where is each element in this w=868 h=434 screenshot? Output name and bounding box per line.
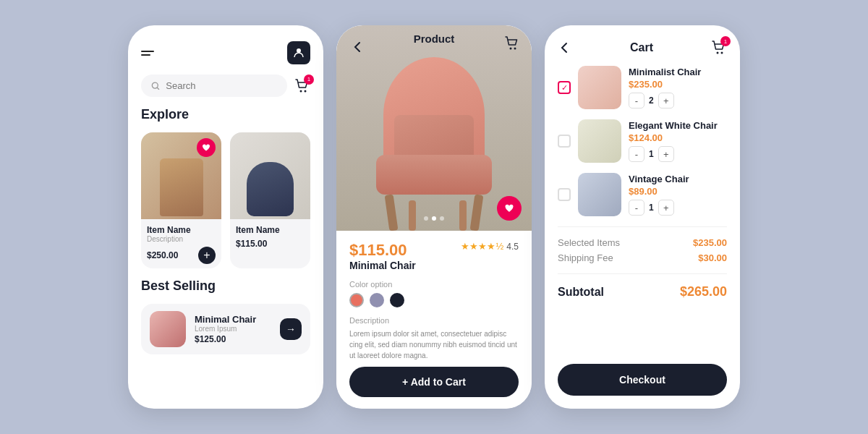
- shipping-row: Shipping Fee $30.00: [558, 252, 727, 263]
- svg-point-3: [305, 90, 307, 92]
- description-section: Description Lorem ipsum dolor sit amet, …: [349, 313, 519, 361]
- explore-title: Explore: [141, 107, 310, 122]
- selected-items-value: $235.00: [693, 237, 727, 248]
- cart-count-badge: 1: [720, 36, 731, 46]
- search-row: 1: [141, 75, 310, 97]
- product-img-1: [141, 132, 221, 219]
- subtotal-row: Subtotal $265.00: [558, 284, 727, 299]
- add-to-cart-button[interactable]: + Add to Cart: [349, 367, 519, 397]
- add-button-1[interactable]: +: [198, 247, 216, 264]
- svg-point-0: [297, 48, 301, 53]
- cart-item-1: Minimalist Chair $235.00 - 2 +: [558, 66, 727, 109]
- product-info-1: Item Name Description $250.00 +: [141, 219, 221, 268]
- image-dots: [424, 216, 444, 221]
- cart-item-name-3: Vintage Chair: [629, 174, 727, 184]
- cart-item-price-3: $89.00: [629, 186, 727, 197]
- cart-item-name-1: Minimalist Chair: [629, 67, 727, 77]
- cart-item-price-2: $124.00: [629, 132, 727, 143]
- phone-product: Product: [336, 25, 532, 409]
- cart-checkbox-2[interactable]: [558, 135, 571, 148]
- best-selling-arrow-1[interactable]: →: [280, 318, 302, 340]
- cart-item-name-2: Elegant White Chair: [629, 120, 727, 131]
- qty-value-2: 1: [649, 149, 654, 159]
- product-card-1[interactable]: Item Name Description $250.00 +: [141, 132, 221, 268]
- cart-header-icon[interactable]: 1: [711, 40, 727, 56]
- product-image-section: Product: [336, 25, 532, 231]
- qty-value-3: 1: [649, 203, 654, 213]
- color-options: [349, 293, 519, 307]
- qty-minus-3[interactable]: -: [629, 200, 644, 216]
- color-option-red[interactable]: [349, 293, 364, 307]
- search-box[interactable]: [141, 75, 287, 97]
- best-selling-sub-1: Lorem Ipsum: [195, 325, 271, 333]
- best-selling-name-1: Minimal Chair: [195, 314, 271, 325]
- cart-badge: 1: [304, 75, 314, 85]
- svg-point-5: [514, 48, 516, 50]
- menu-icon[interactable]: [141, 51, 154, 56]
- best-selling-price-1: $125.00: [195, 334, 271, 344]
- product-desc-1: Description: [147, 235, 216, 243]
- product-img-2: [230, 132, 310, 219]
- cart-header: Cart 1: [558, 40, 727, 56]
- best-selling-title: Best Selling: [141, 278, 310, 294]
- product-name-1: Item Name: [147, 225, 216, 235]
- qty-control-2: - 1 +: [629, 146, 727, 162]
- qty-plus-3[interactable]: +: [658, 200, 674, 216]
- cart-divider-2: [558, 273, 727, 274]
- favorite-button-1[interactable]: [197, 138, 216, 157]
- qty-minus-2[interactable]: -: [629, 146, 644, 162]
- product-info-2: Item Name $115.00: [230, 219, 310, 253]
- qty-value-1: 2: [649, 95, 654, 106]
- product-price-1: $250.00: [147, 250, 178, 260]
- favorite-button-product[interactable]: [497, 196, 522, 221]
- cart-item-price-1: $235.00: [629, 79, 727, 90]
- product-card-2[interactable]: Item Name $115.00: [230, 132, 310, 268]
- cart-summary: Selected Items $235.00 Shipping Fee $30.…: [558, 237, 727, 263]
- product-left: $115.00 Minimal Chair: [349, 241, 416, 271]
- cart-checkbox-1[interactable]: [558, 81, 571, 94]
- qty-control-1: - 2 +: [629, 93, 727, 109]
- cart-item-details-3: Vintage Chair $89.00 - 1 +: [629, 174, 727, 216]
- product-price-main: $115.00: [349, 241, 416, 260]
- cart-screen-title: Cart: [630, 41, 653, 54]
- best-selling-card-1[interactable]: Minimal Chair Lorem Ipsum $125.00 →: [141, 304, 310, 354]
- shipping-label: Shipping Fee: [558, 252, 613, 263]
- cart-divider: [558, 226, 727, 227]
- cart-icon-wrap[interactable]: 1: [294, 78, 310, 94]
- explore-grid: Item Name Description $250.00 + Item Nam…: [141, 132, 310, 268]
- chair-illustration: [362, 43, 506, 231]
- phone-explore: 1 Explore Item Name Description: [128, 25, 323, 409]
- selected-items-label: Selected Items: [558, 237, 620, 248]
- explore-section: Explore: [141, 107, 310, 122]
- qty-minus-1[interactable]: -: [629, 93, 644, 109]
- star-rating: ★★★★½: [461, 241, 503, 252]
- cart-item-img-2: [578, 119, 621, 163]
- color-label: Color option: [349, 280, 392, 289]
- color-option-dark[interactable]: [390, 293, 404, 307]
- svg-point-4: [510, 48, 512, 50]
- dot-3: [440, 216, 444, 221]
- product-info-section: $115.00 Minimal Chair ★★★★½ 4.5 Color op…: [336, 231, 532, 409]
- search-input[interactable]: [166, 80, 277, 91]
- qty-plus-2[interactable]: +: [658, 146, 674, 162]
- explore-header: [141, 41, 310, 64]
- svg-point-2: [300, 90, 302, 92]
- product-cart-icon[interactable]: [504, 35, 520, 51]
- dot-2: [432, 216, 436, 221]
- svg-point-7: [720, 52, 723, 54]
- back-button-cart[interactable]: [558, 41, 572, 55]
- best-selling-info-1: Minimal Chair Lorem Ipsum $125.00: [195, 314, 271, 344]
- qty-plus-1[interactable]: +: [658, 93, 674, 109]
- shipping-value: $30.00: [698, 252, 727, 263]
- description-text: Lorem ipsum dolor sit amet, consectetuer…: [349, 328, 519, 361]
- checkout-button[interactable]: Checkout: [558, 364, 727, 396]
- product-name-2: Item Name: [236, 225, 305, 235]
- best-selling-img-1: [150, 311, 186, 347]
- color-section: Color option: [349, 277, 519, 307]
- cart-item-3: Vintage Chair $89.00 - 1 +: [558, 173, 727, 216]
- cart-checkbox-3[interactable]: [558, 188, 571, 201]
- product-price-row-2: $115.00: [236, 239, 305, 249]
- svg-point-6: [716, 52, 718, 54]
- avatar-button[interactable]: [287, 41, 310, 64]
- color-option-gray[interactable]: [370, 293, 384, 307]
